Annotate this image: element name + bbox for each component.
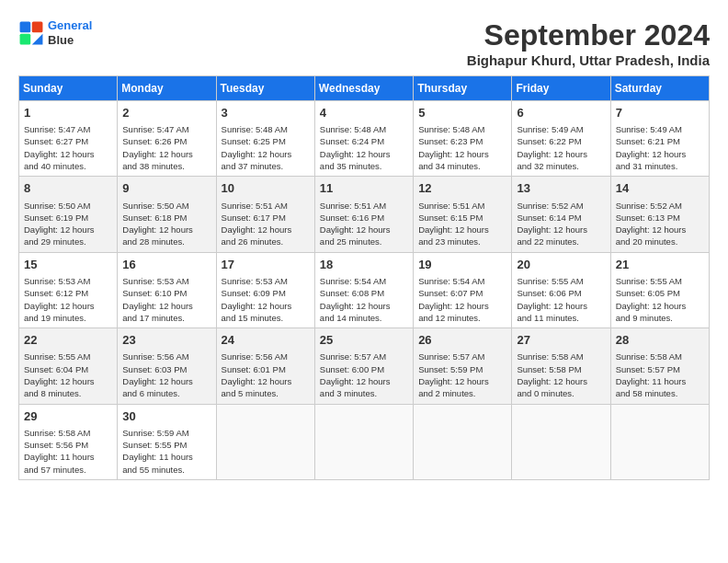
logo-icon [18, 20, 44, 46]
day-cell: 22Sunrise: 5:55 AM Sunset: 6:04 PM Dayli… [19, 328, 118, 404]
day-number: 11 [320, 180, 408, 197]
day-info: Sunrise: 5:48 AM Sunset: 6:25 PM Dayligh… [222, 123, 310, 172]
day-number: 10 [222, 180, 310, 197]
header-wednesday: Wednesday [314, 76, 413, 101]
day-info: Sunrise: 5:54 AM Sunset: 6:07 PM Dayligh… [418, 275, 506, 324]
day-cell [610, 404, 709, 479]
day-cell: 3Sunrise: 5:48 AM Sunset: 6:25 PM Daylig… [216, 101, 314, 177]
week-row-1: 1Sunrise: 5:47 AM Sunset: 6:27 PM Daylig… [19, 101, 710, 177]
logo-line1: General [48, 18, 92, 32]
day-info: Sunrise: 5:51 AM Sunset: 6:15 PM Dayligh… [418, 200, 506, 248]
week-row-3: 15Sunrise: 5:53 AM Sunset: 6:12 PM Dayli… [19, 252, 710, 327]
day-cell: 30Sunrise: 5:59 AM Sunset: 5:55 PM Dayli… [118, 404, 216, 479]
day-cell: 4Sunrise: 5:48 AM Sunset: 6:24 PM Daylig… [314, 101, 413, 177]
logo-line2: Blue [48, 33, 92, 48]
day-info: Sunrise: 5:58 AM Sunset: 5:57 PM Dayligh… [616, 350, 704, 399]
day-cell: 9Sunrise: 5:50 AM Sunset: 6:18 PM Daylig… [118, 177, 216, 252]
day-info: Sunrise: 5:55 AM Sunset: 6:06 PM Dayligh… [517, 275, 605, 324]
day-number: 12 [418, 180, 506, 197]
day-info: Sunrise: 5:56 AM Sunset: 6:01 PM Dayligh… [222, 350, 310, 399]
week-row-5: 29Sunrise: 5:58 AM Sunset: 5:56 PM Dayli… [19, 404, 710, 479]
day-info: Sunrise: 5:48 AM Sunset: 6:24 PM Dayligh… [320, 123, 408, 172]
day-number: 27 [517, 332, 605, 349]
page-header: General Blue September 2024 Bighapur Khu… [18, 18, 710, 68]
day-cell [216, 404, 314, 479]
day-number: 29 [24, 408, 112, 425]
day-number: 22 [24, 332, 112, 349]
svg-marker-3 [32, 33, 43, 44]
header-tuesday: Tuesday [216, 76, 314, 101]
day-cell: 26Sunrise: 5:57 AM Sunset: 5:59 PM Dayli… [414, 328, 512, 404]
week-row-2: 8Sunrise: 5:50 AM Sunset: 6:19 PM Daylig… [19, 177, 710, 252]
day-number: 25 [320, 332, 408, 349]
header-thursday: Thursday [414, 76, 512, 101]
day-number: 30 [122, 408, 210, 425]
day-cell [414, 404, 512, 479]
day-cell [512, 404, 610, 479]
day-info: Sunrise: 5:51 AM Sunset: 6:17 PM Dayligh… [222, 200, 310, 248]
calendar-title: September 2024 [467, 18, 710, 52]
day-info: Sunrise: 5:55 AM Sunset: 6:04 PM Dayligh… [24, 350, 112, 399]
day-info: Sunrise: 5:54 AM Sunset: 6:08 PM Dayligh… [320, 275, 408, 324]
header-sunday: Sunday [19, 76, 118, 101]
day-info: Sunrise: 5:53 AM Sunset: 6:10 PM Dayligh… [122, 275, 210, 324]
header-saturday: Saturday [610, 76, 709, 101]
day-cell: 21Sunrise: 5:55 AM Sunset: 6:05 PM Dayli… [610, 252, 709, 327]
day-number: 20 [517, 257, 605, 273]
day-cell: 5Sunrise: 5:48 AM Sunset: 6:23 PM Daylig… [414, 101, 512, 177]
day-cell: 10Sunrise: 5:51 AM Sunset: 6:17 PM Dayli… [216, 177, 314, 252]
day-number: 6 [517, 105, 605, 121]
day-cell: 17Sunrise: 5:53 AM Sunset: 6:09 PM Dayli… [216, 252, 314, 327]
day-number: 28 [616, 332, 704, 349]
week-row-4: 22Sunrise: 5:55 AM Sunset: 6:04 PM Dayli… [19, 328, 710, 404]
day-number: 5 [418, 105, 506, 121]
day-cell: 16Sunrise: 5:53 AM Sunset: 6:10 PM Dayli… [118, 252, 216, 327]
day-number: 14 [616, 180, 704, 197]
day-cell: 20Sunrise: 5:55 AM Sunset: 6:06 PM Dayli… [512, 252, 610, 327]
day-number: 13 [517, 180, 605, 197]
day-info: Sunrise: 5:52 AM Sunset: 6:14 PM Dayligh… [517, 200, 605, 248]
day-number: 4 [320, 105, 408, 121]
day-number: 8 [24, 180, 112, 197]
day-cell: 1Sunrise: 5:47 AM Sunset: 6:27 PM Daylig… [19, 101, 118, 177]
svg-rect-2 [20, 33, 31, 44]
day-cell: 15Sunrise: 5:53 AM Sunset: 6:12 PM Dayli… [19, 252, 118, 327]
day-info: Sunrise: 5:59 AM Sunset: 5:55 PM Dayligh… [122, 427, 210, 476]
calendar-subtitle: Bighapur Khurd, Uttar Pradesh, India [467, 52, 710, 68]
logo: General Blue [18, 18, 92, 47]
day-cell: 24Sunrise: 5:56 AM Sunset: 6:01 PM Dayli… [216, 328, 314, 404]
day-info: Sunrise: 5:53 AM Sunset: 6:09 PM Dayligh… [222, 275, 310, 324]
svg-rect-1 [32, 21, 43, 32]
day-number: 9 [122, 180, 210, 197]
day-cell: 23Sunrise: 5:56 AM Sunset: 6:03 PM Dayli… [118, 328, 216, 404]
day-number: 1 [24, 105, 112, 121]
day-info: Sunrise: 5:52 AM Sunset: 6:13 PM Dayligh… [616, 200, 704, 248]
day-cell: 2Sunrise: 5:47 AM Sunset: 6:26 PM Daylig… [118, 101, 216, 177]
svg-rect-0 [20, 21, 31, 32]
header-row: SundayMondayTuesdayWednesdayThursdayFrid… [19, 76, 710, 101]
day-info: Sunrise: 5:50 AM Sunset: 6:19 PM Dayligh… [24, 200, 112, 248]
day-info: Sunrise: 5:48 AM Sunset: 6:23 PM Dayligh… [418, 123, 506, 172]
day-number: 23 [122, 332, 210, 349]
day-cell: 25Sunrise: 5:57 AM Sunset: 6:00 PM Dayli… [314, 328, 413, 404]
day-info: Sunrise: 5:55 AM Sunset: 6:05 PM Dayligh… [616, 275, 704, 324]
day-number: 16 [122, 257, 210, 273]
day-number: 2 [122, 105, 210, 121]
day-info: Sunrise: 5:50 AM Sunset: 6:18 PM Dayligh… [122, 200, 210, 248]
day-info: Sunrise: 5:58 AM Sunset: 5:56 PM Dayligh… [24, 427, 112, 476]
day-cell: 18Sunrise: 5:54 AM Sunset: 6:08 PM Dayli… [314, 252, 413, 327]
day-cell: 12Sunrise: 5:51 AM Sunset: 6:15 PM Dayli… [414, 177, 512, 252]
logo-text: General Blue [48, 18, 92, 47]
day-number: 7 [616, 105, 704, 121]
day-number: 26 [418, 332, 506, 349]
header-friday: Friday [512, 76, 610, 101]
day-info: Sunrise: 5:47 AM Sunset: 6:26 PM Dayligh… [122, 123, 210, 172]
day-number: 19 [418, 257, 506, 273]
day-number: 18 [320, 257, 408, 273]
day-cell: 8Sunrise: 5:50 AM Sunset: 6:19 PM Daylig… [19, 177, 118, 252]
day-info: Sunrise: 5:51 AM Sunset: 6:16 PM Dayligh… [320, 200, 408, 248]
day-cell: 7Sunrise: 5:49 AM Sunset: 6:21 PM Daylig… [610, 101, 709, 177]
day-info: Sunrise: 5:57 AM Sunset: 6:00 PM Dayligh… [320, 350, 408, 399]
day-cell: 13Sunrise: 5:52 AM Sunset: 6:14 PM Dayli… [512, 177, 610, 252]
day-cell: 19Sunrise: 5:54 AM Sunset: 6:07 PM Dayli… [414, 252, 512, 327]
